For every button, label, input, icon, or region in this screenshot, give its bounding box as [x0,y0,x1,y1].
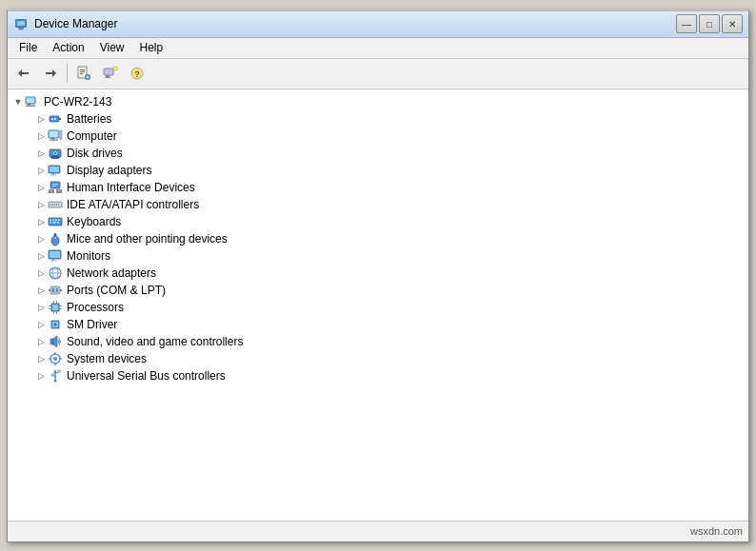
display-label: Display adapters [67,164,151,177]
svg-rect-85 [53,311,54,314]
computer-expander[interactable]: ▷ [34,129,48,143]
svg-rect-70 [50,260,57,261]
computer-label: Computer [67,129,117,143]
sound-expander[interactable]: ▷ [34,335,48,348]
close-button[interactable]: ✕ [722,14,743,33]
svg-rect-28 [54,118,56,120]
usb-expander[interactable]: ▷ [34,369,48,383]
svg-rect-58 [52,219,54,221]
keyboards-expander[interactable]: ▷ [34,215,48,228]
tree-item-keyboards[interactable]: ▷ Keyboards [8,213,748,230]
processors-label: Processors [67,301,124,314]
svg-rect-76 [50,286,60,294]
tree-item-sm-driver[interactable]: ▷ SM Driver [8,316,748,333]
svg-rect-3 [19,30,23,30]
svg-rect-88 [49,308,51,309]
properties-button[interactable] [71,62,96,85]
svg-rect-12 [87,77,90,78]
svg-rect-44 [52,186,56,187]
back-button[interactable] [11,62,36,85]
menu-file[interactable]: File [11,39,45,56]
display-expander[interactable]: ▷ [34,164,48,177]
toolbar: ? [8,59,748,89]
system-expander[interactable]: ▷ [34,352,48,365]
menu-bar: File Action View Help [8,38,748,59]
tree-item-disk-drives[interactable]: ▷ Disk drives [8,145,748,162]
sm-expander[interactable]: ▷ [34,318,48,331]
scan-button[interactable] [98,62,123,85]
monitors-label: Monitors [67,249,110,263]
tree-item-sound[interactable]: ▷ Sound, video and game controllers [8,333,748,350]
svg-rect-69 [52,259,54,261]
svg-rect-80 [60,289,62,291]
tree-item-network[interactable]: ▷ Network adapters [8,265,748,282]
title-bar-left: Device Manager [13,16,117,31]
disk-label: Disk drives [67,147,123,160]
system-icon [48,351,63,366]
svg-rect-94 [50,339,53,344]
tree-item-system[interactable]: ▷ System devices [8,350,748,367]
svg-rect-24 [26,105,35,107]
root-expander[interactable]: ▼ [11,95,25,108]
tree-view[interactable]: ▼ PC-WR2-143 ▷ [8,89,748,521]
minimize-button[interactable]: — [676,14,697,33]
sm-icon [48,317,63,332]
batteries-expander[interactable]: ▷ [34,112,48,126]
svg-rect-32 [50,139,58,140]
svg-rect-18 [114,69,116,69]
tree-item-hid[interactable]: ▷ Human Interface Devices [8,179,748,196]
tree-item-computer[interactable]: ▷ Computer [8,128,748,145]
keyboards-icon [48,214,63,229]
monitors-icon [48,248,63,264]
ports-expander[interactable]: ▷ [34,284,48,297]
svg-rect-86 [56,311,57,314]
svg-marker-4 [18,69,29,77]
svg-rect-62 [52,222,56,224]
maximize-button[interactable]: □ [699,14,720,33]
svg-rect-55 [58,204,59,206]
processors-expander[interactable]: ▷ [34,301,48,314]
svg-rect-30 [50,131,58,137]
svg-point-108 [54,379,57,382]
tree-item-monitors[interactable]: ▷ Monitors [8,247,748,265]
monitors-expander[interactable]: ▷ [34,249,48,263]
svg-rect-22 [27,98,34,103]
hid-icon [48,180,63,195]
svg-rect-27 [51,118,53,120]
tree-item-usb[interactable]: ▷ Universal Serial Bus controllers [8,367,748,384]
svg-rect-61 [50,222,51,224]
mice-icon [48,231,63,246]
svg-rect-15 [105,77,110,78]
sm-label: SM Driver [67,318,117,331]
svg-rect-14 [106,75,109,77]
batteries-icon [48,111,63,127]
tree-item-batteries[interactable]: ▷ Batteries [8,110,748,128]
help-button[interactable]: ? [125,62,149,85]
menu-view[interactable]: View [92,39,132,56]
ide-expander[interactable]: ▷ [34,198,48,211]
tree-item-processors[interactable]: ▷ Processors [8,299,748,316]
disk-expander[interactable]: ▷ [34,147,48,160]
root-label: PC-WR2-143 [44,95,111,108]
network-icon [48,266,63,281]
device-manager-window: Device Manager — □ ✕ File Action View He… [7,10,749,542]
tree-item-mice[interactable]: ▷ Mice and other pointing devices [8,230,748,247]
tree-item-ide[interactable]: ▷ IDE ATA/ATAPI controllers [8,196,748,213]
mice-expander[interactable]: ▷ [34,232,48,246]
svg-rect-79 [49,289,50,291]
menu-action[interactable]: Action [45,39,91,56]
ide-label: IDE ATA/ATAPI controllers [67,198,199,211]
menu-help[interactable]: Help [132,39,171,56]
svg-rect-59 [55,219,57,221]
svg-rect-54 [56,204,57,206]
svg-rect-89 [59,305,62,306]
hid-expander[interactable]: ▷ [34,181,48,194]
svg-point-97 [53,357,57,361]
tree-item-display[interactable]: ▷ Display adapters [8,162,748,179]
forward-button[interactable] [38,62,63,85]
svg-rect-63 [57,222,59,224]
svg-rect-82 [52,305,58,310]
tree-item-ports[interactable]: ▷ Ports (COM & LPT) [8,282,748,299]
tree-root[interactable]: ▼ PC-WR2-143 [8,93,748,110]
network-expander[interactable]: ▷ [34,266,48,280]
